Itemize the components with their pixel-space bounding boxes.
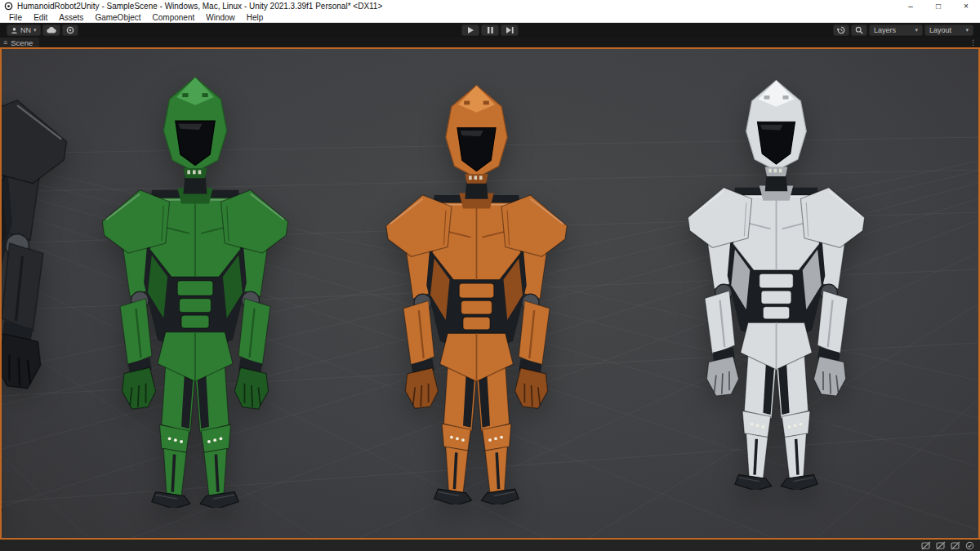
console-warnings-muted-icon[interactable] <box>936 541 946 550</box>
restore-button[interactable]: □ <box>924 0 952 12</box>
chevron-down-icon: ▾ <box>33 27 37 33</box>
layout-dropdown[interactable]: Layout ▾ <box>924 24 973 36</box>
account-dropdown[interactable]: NN ▾ <box>7 24 41 36</box>
history-icon <box>837 26 845 34</box>
step-icon <box>506 27 514 33</box>
robot-orange[interactable] <box>371 82 582 504</box>
tab-row: ≡ Scene ⋮ <box>0 38 980 47</box>
search-button[interactable] <box>851 24 867 36</box>
menu-component[interactable]: Component <box>147 12 201 23</box>
console-errors-muted-icon[interactable] <box>921 541 931 550</box>
chevron-down-icon: ▾ <box>915 27 918 33</box>
menu-file[interactable]: File <box>3 12 28 23</box>
window-title: HumanoidRobot2Unity - SampleScene - Wind… <box>17 2 382 11</box>
menubar: File Edit Assets GameObject Component Wi… <box>0 12 980 23</box>
menu-assets[interactable]: Assets <box>53 12 89 23</box>
pause-icon <box>488 27 493 33</box>
robot-black-partial[interactable] <box>0 47 87 518</box>
minimize-button[interactable]: – <box>897 0 924 12</box>
cloud-button[interactable] <box>42 24 60 36</box>
unity-logo-icon <box>4 2 13 11</box>
account-label: NN <box>20 26 31 34</box>
chevron-down-icon: ▾ <box>965 27 969 33</box>
layers-dropdown[interactable]: Layers ▾ <box>869 24 923 36</box>
progress-ok-icon[interactable] <box>965 541 975 550</box>
layers-label: Layers <box>874 26 896 34</box>
pause-button[interactable] <box>481 24 499 36</box>
statusbar <box>0 540 980 551</box>
tab-menu-icon: ≡ <box>3 38 7 47</box>
cloud-icon <box>47 27 56 33</box>
undo-history-button[interactable] <box>833 24 849 36</box>
user-icon <box>11 27 18 34</box>
tab-kebab-menu-icon[interactable]: ⋮ <box>969 38 977 47</box>
robot-green[interactable] <box>87 73 304 508</box>
tab-scene[interactable]: ≡ Scene <box>0 38 39 47</box>
menu-gameobject[interactable]: GameObject <box>89 12 146 23</box>
menu-edit[interactable]: Edit <box>28 12 53 23</box>
console-logs-muted-icon[interactable] <box>951 541 960 550</box>
gear-icon <box>66 26 74 34</box>
menu-help[interactable]: Help <box>241 12 270 23</box>
robot-white[interactable] <box>673 77 880 490</box>
step-button[interactable] <box>501 24 519 36</box>
layout-label: Layout <box>929 26 951 34</box>
scene-viewport[interactable] <box>0 47 980 540</box>
search-icon <box>855 26 863 34</box>
play-icon <box>467 27 474 33</box>
services-button[interactable] <box>62 24 78 36</box>
close-button[interactable]: × <box>952 0 980 12</box>
titlebar: HumanoidRobot2Unity - SampleScene - Wind… <box>0 0 980 12</box>
play-button[interactable] <box>461 24 479 36</box>
unity-editor-window: HumanoidRobot2Unity - SampleScene - Wind… <box>0 0 980 551</box>
menu-window[interactable]: Window <box>200 12 241 23</box>
scene-tab-label: Scene <box>11 38 33 47</box>
toolbar: NN ▾ <box>0 23 980 38</box>
